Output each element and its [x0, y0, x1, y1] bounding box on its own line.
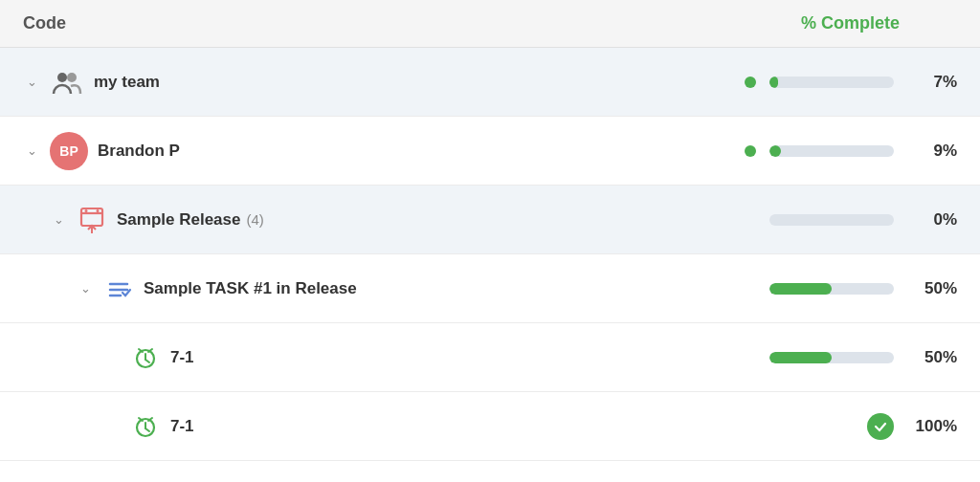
- table-row: ⌄ Sample Release(4) 0%: [0, 186, 980, 254]
- row-right: 7%: [708, 73, 957, 92]
- alarm-icon: [130, 342, 161, 373]
- progress-bar: [769, 352, 894, 363]
- progress-bar-fill: [769, 145, 781, 157]
- header-complete: % Complete: [708, 13, 957, 33]
- progress-bar: [769, 145, 894, 157]
- percent-label: 7%: [907, 73, 957, 92]
- percent-label: 0%: [907, 210, 957, 230]
- svg-line-12: [145, 360, 149, 362]
- progress-bar: [769, 214, 894, 226]
- row-left: ⌄ my team: [23, 65, 708, 99]
- row-left: ⌄ Sample TASK #1 in Release: [77, 274, 708, 304]
- row-label: 7-1: [170, 417, 194, 436]
- row-sub-label: (4): [246, 211, 263, 228]
- dot-indicator: [745, 77, 756, 88]
- row-label: Sample TASK #1 in Release: [144, 279, 357, 298]
- team-icon: [50, 65, 84, 99]
- row-label: Sample Release(4): [117, 210, 264, 230]
- table-header: Code % Complete: [0, 0, 980, 48]
- percent-label: 9%: [907, 142, 957, 161]
- table-row: 7-1 50%: [0, 323, 980, 392]
- table-row: 7-1 100%: [0, 392, 980, 461]
- svg-rect-2: [81, 208, 102, 226]
- task-icon: [103, 274, 134, 304]
- chevron-icon[interactable]: ⌄: [77, 280, 94, 297]
- avatar: BP: [50, 132, 88, 170]
- chevron-icon[interactable]: ⌄: [50, 211, 67, 229]
- row-right: 9%: [708, 142, 957, 161]
- row-right: 50%: [708, 279, 957, 298]
- chevron-icon[interactable]: ⌄: [23, 74, 40, 91]
- row-left: 7-1: [103, 411, 708, 442]
- svg-line-17: [145, 428, 149, 431]
- percent-label: 50%: [907, 279, 957, 298]
- row-label: my team: [94, 73, 160, 92]
- row-right: 50%: [708, 348, 957, 367]
- percent-label: 100%: [907, 417, 957, 436]
- rows-container: ⌄ my team 7% ⌄ BP Brandon P: [0, 48, 980, 461]
- progress-bar-fill: [769, 283, 832, 295]
- row-right: 0%: [708, 210, 957, 230]
- row-left: ⌄ Sample Release(4): [50, 205, 708, 235]
- svg-point-0: [57, 73, 67, 82]
- main-table: Code % Complete ⌄ my team 7%: [0, 0, 980, 482]
- dot-indicator: [745, 145, 756, 157]
- progress-bar: [769, 283, 894, 295]
- header-code: Code: [23, 13, 708, 33]
- progress-bar: [769, 77, 894, 88]
- row-right: 100%: [708, 413, 957, 440]
- svg-point-5: [97, 209, 100, 212]
- progress-bar-fill: [769, 352, 832, 363]
- check-circle: [867, 413, 894, 440]
- chevron-icon[interactable]: ⌄: [23, 142, 40, 160]
- svg-point-1: [67, 73, 77, 82]
- row-label: Brandon P: [98, 142, 180, 161]
- progress-bar-fill: [769, 77, 778, 88]
- alarm-icon: [130, 411, 161, 442]
- table-row: ⌄ my team 7%: [0, 48, 980, 117]
- row-left: 7-1: [103, 342, 708, 373]
- row-label: 7-1: [170, 348, 194, 367]
- row-left: ⌄ BP Brandon P: [23, 132, 708, 170]
- table-row: ⌄ Sample TASK #1 in Release 50%: [0, 254, 980, 323]
- svg-point-4: [85, 209, 88, 212]
- release-icon: [77, 205, 107, 235]
- percent-label: 50%: [907, 348, 957, 367]
- table-row: ⌄ BP Brandon P 9%: [0, 117, 980, 186]
